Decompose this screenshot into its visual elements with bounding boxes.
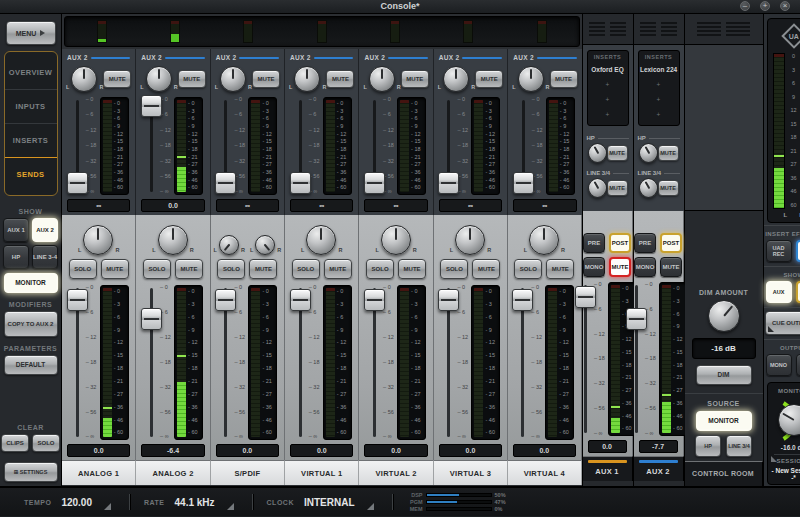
show-ctrl-room-button[interactable]: CTRL ROOM	[796, 281, 800, 303]
solo-button[interactable]: SOLO	[440, 259, 468, 279]
solo-button[interactable]: SOLO	[217, 259, 245, 279]
send-mute-button[interactable]: MUTE	[550, 70, 578, 88]
dim-button[interactable]: DIM	[696, 365, 752, 385]
solo-button[interactable]: SOLO	[366, 259, 394, 279]
mute-button[interactable]: MUTE	[175, 259, 203, 279]
menu-button[interactable]: MENU	[6, 21, 56, 45]
sidebar-nav-inputs[interactable]: INPUTS	[5, 89, 57, 123]
line-send-knob[interactable]	[588, 178, 607, 198]
show-hp-button[interactable]: HP	[3, 245, 29, 269]
insert-slot[interactable]: Lexicon 224	[639, 62, 679, 77]
send-pan-knob[interactable]	[220, 66, 246, 92]
insert-slot-empty[interactable]: +	[639, 107, 679, 122]
pre-button[interactable]: PRE	[583, 233, 605, 253]
solo-button[interactable]: SOLO	[143, 259, 171, 279]
channel-fader-handle[interactable]	[215, 289, 236, 311]
send-fader-handle[interactable]	[290, 172, 311, 194]
output-mono-button[interactable]: MONO	[766, 354, 792, 376]
channel-fader-handle[interactable]	[364, 289, 385, 311]
rate-control[interactable]: RATE 44.1 kHz	[144, 495, 238, 510]
send-fader-handle[interactable]	[141, 95, 162, 117]
channel-fader-handle[interactable]	[290, 289, 311, 311]
output-mute-button[interactable]: MUTE	[796, 354, 800, 376]
mute-button[interactable]: MUTE	[324, 259, 352, 279]
pan-knob[interactable]	[255, 235, 275, 255]
mute-button[interactable]: MUTE	[398, 259, 426, 279]
aux-mute-button[interactable]: MUTE	[609, 257, 631, 277]
line-mute-button[interactable]: MUTE	[658, 180, 679, 196]
send-fader-handle[interactable]	[215, 172, 236, 194]
send-fader-handle[interactable]	[438, 172, 459, 194]
send-mute-button[interactable]: MUTE	[475, 70, 503, 88]
mute-button[interactable]: MUTE	[546, 259, 574, 279]
maximize-button[interactable]: +	[760, 1, 770, 11]
insert-slot-empty[interactable]: +	[588, 107, 628, 122]
show-line-3-4-button[interactable]: LINE 3-4	[32, 245, 58, 269]
hp-mute-button[interactable]: MUTE	[658, 145, 679, 161]
insert-slot-empty[interactable]: +	[639, 77, 679, 92]
line-mute-button[interactable]: MUTE	[607, 180, 628, 196]
pan-knob[interactable]	[158, 225, 188, 255]
send-pan-knob[interactable]	[369, 66, 395, 92]
default-button[interactable]: DEFAULT	[4, 355, 58, 375]
channel-fader-handle[interactable]	[438, 289, 459, 311]
dim-amount-knob[interactable]	[708, 300, 740, 332]
pan-knob[interactable]	[381, 225, 411, 255]
send-mute-button[interactable]: MUTE	[103, 70, 131, 88]
mute-button[interactable]: MUTE	[101, 259, 129, 279]
send-fader-handle[interactable]	[67, 172, 88, 194]
pan-knob[interactable]	[455, 225, 485, 255]
send-fader-handle[interactable]	[364, 172, 385, 194]
uad-mon-button[interactable]: UAD MON	[796, 240, 800, 262]
send-mute-button[interactable]: MUTE	[326, 70, 354, 88]
send-pan-knob[interactable]	[518, 66, 544, 92]
minimize-button[interactable]: –	[740, 1, 750, 11]
aux-mute-button[interactable]: MUTE	[660, 257, 682, 277]
copy-to-aux-button[interactable]: COPY TO AUX 2	[4, 311, 58, 337]
solo-button[interactable]: SOLO	[69, 259, 97, 279]
aux-fader-handle[interactable]	[626, 308, 647, 330]
solo-button[interactable]: SOLO	[514, 259, 542, 279]
source-monitor-button[interactable]: MONITOR	[696, 411, 752, 431]
mono-button[interactable]: MONO	[583, 257, 605, 277]
close-button[interactable]: ×	[780, 1, 790, 11]
cue-outputs-button[interactable]: CUE OUTPUTS	[765, 311, 800, 335]
channel-fader-handle[interactable]	[67, 289, 88, 311]
insert-slot[interactable]: Oxford EQ	[588, 62, 628, 77]
sidebar-nav-overview[interactable]: OVERVIEW	[5, 56, 57, 89]
show-aux-button[interactable]: AUX	[766, 281, 792, 303]
hp-send-knob[interactable]	[588, 143, 607, 163]
pan-knob[interactable]	[529, 225, 559, 255]
session-name[interactable]: - New Session -*	[770, 467, 800, 481]
line-send-knob[interactable]	[639, 178, 658, 198]
send-pan-knob[interactable]	[71, 66, 97, 92]
aux-fader-handle[interactable]	[575, 286, 596, 308]
send-fader-handle[interactable]	[513, 172, 534, 194]
show-aux-1-button[interactable]: AUX 1	[3, 218, 29, 242]
channel-fader-handle[interactable]	[512, 289, 533, 311]
pre-button[interactable]: PRE	[634, 233, 656, 253]
channel-fader-handle[interactable]	[141, 308, 162, 330]
post-button[interactable]: POST	[660, 233, 682, 253]
pan-knob[interactable]	[306, 225, 336, 255]
sidebar-nav-inserts[interactable]: INSERTS	[5, 123, 57, 157]
post-button[interactable]: POST	[609, 233, 631, 253]
send-pan-knob[interactable]	[294, 66, 320, 92]
settings-button[interactable]: ⊞ SETTINGS	[4, 462, 58, 482]
mute-button[interactable]: MUTE	[249, 259, 277, 279]
clock-control[interactable]: CLOCK INTERNAL	[267, 495, 378, 510]
send-pan-knob[interactable]	[146, 66, 172, 92]
source-hp-button[interactable]: HP	[695, 435, 721, 457]
send-mute-button[interactable]: MUTE	[178, 70, 206, 88]
pan-knob[interactable]	[219, 235, 239, 255]
source-line-button[interactable]: LINE 3/4	[726, 435, 752, 457]
tempo-control[interactable]: TEMPO 120.00	[24, 495, 115, 510]
pan-knob[interactable]	[83, 225, 113, 255]
solo-button[interactable]: SOLO	[292, 259, 320, 279]
show-monitor-button[interactable]: MONITOR	[4, 273, 58, 293]
insert-slot-empty[interactable]: +	[588, 77, 628, 92]
sidebar-nav-sends[interactable]: SENDS	[5, 157, 57, 191]
mute-button[interactable]: MUTE	[472, 259, 500, 279]
clear-clips-button[interactable]: CLIPS	[1, 434, 29, 452]
show-aux-2-button[interactable]: AUX 2	[32, 218, 58, 242]
